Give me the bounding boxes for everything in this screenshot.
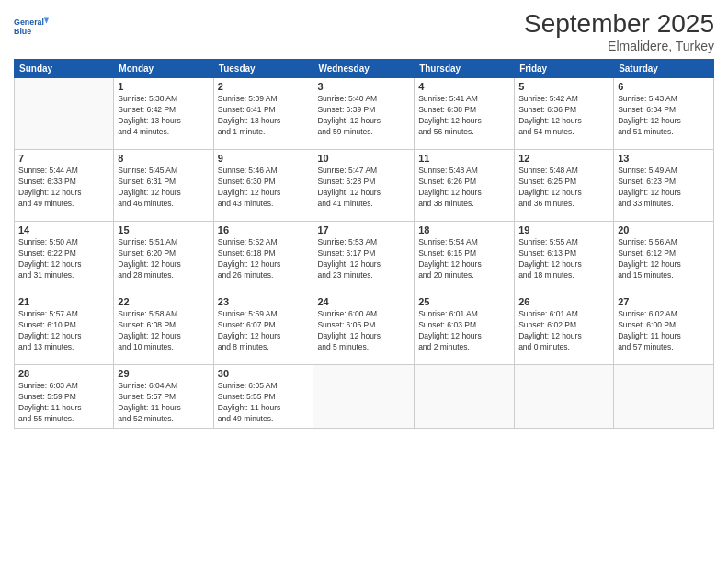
day-info: Sunrise: 6:00 AM Sunset: 6:05 PM Dayligh… — [317, 309, 410, 353]
month-title: September 2025 — [524, 9, 714, 39]
calendar-cell: 30Sunrise: 6:05 AM Sunset: 5:55 PM Dayli… — [213, 365, 313, 429]
day-header-saturday: Saturday — [614, 60, 714, 78]
calendar-cell: 22Sunrise: 5:58 AM Sunset: 6:08 PM Dayli… — [114, 293, 213, 365]
day-info: Sunrise: 5:52 AM Sunset: 6:18 PM Dayligh… — [218, 237, 310, 282]
calendar-cell: 7Sunrise: 5:44 AM Sunset: 6:33 PM Daylig… — [15, 150, 114, 222]
day-info: Sunrise: 6:01 AM Sunset: 6:03 PM Dayligh… — [418, 309, 510, 353]
calendar-cell: 4Sunrise: 5:41 AM Sunset: 6:38 PM Daylig… — [415, 78, 515, 150]
day-number: 16 — [218, 224, 310, 236]
calendar-cell: 5Sunrise: 5:42 AM Sunset: 6:36 PM Daylig… — [515, 78, 614, 150]
day-info: Sunrise: 5:45 AM Sunset: 6:31 PM Dayligh… — [118, 166, 209, 210]
day-info: Sunrise: 5:48 AM Sunset: 6:26 PM Dayligh… — [418, 166, 510, 210]
calendar-cell: 25Sunrise: 6:01 AM Sunset: 6:03 PM Dayli… — [415, 293, 515, 365]
day-number: 23 — [218, 296, 310, 307]
day-number: 19 — [518, 224, 609, 236]
calendar-cell: 20Sunrise: 5:56 AM Sunset: 6:12 PM Dayli… — [614, 222, 714, 293]
logo-svg: General Blue — [14, 9, 49, 44]
calendar-cell: 15Sunrise: 5:51 AM Sunset: 6:20 PM Dayli… — [114, 222, 213, 293]
day-info: Sunrise: 5:58 AM Sunset: 6:08 PM Dayligh… — [118, 309, 209, 353]
day-info: Sunrise: 5:42 AM Sunset: 6:36 PM Dayligh… — [518, 94, 609, 138]
calendar-cell: 19Sunrise: 5:55 AM Sunset: 6:13 PM Dayli… — [515, 222, 614, 293]
calendar-cell: 26Sunrise: 6:01 AM Sunset: 6:02 PM Dayli… — [515, 293, 614, 365]
day-number: 4 — [418, 81, 510, 92]
svg-text:General: General — [14, 17, 44, 27]
calendar-table: SundayMondayTuesdayWednesdayThursdayFrid… — [14, 59, 714, 429]
calendar-cell — [313, 365, 415, 429]
day-number: 28 — [18, 368, 109, 379]
day-number: 26 — [518, 296, 609, 307]
day-info: Sunrise: 5:47 AM Sunset: 6:28 PM Dayligh… — [317, 166, 410, 210]
location-subtitle: Elmalidere, Turkey — [524, 39, 714, 53]
day-number: 11 — [418, 153, 510, 164]
day-header-tuesday: Tuesday — [213, 60, 313, 78]
calendar-header-row: SundayMondayTuesdayWednesdayThursdayFrid… — [15, 60, 714, 78]
day-info: Sunrise: 5:59 AM Sunset: 6:07 PM Dayligh… — [218, 309, 310, 353]
day-info: Sunrise: 5:50 AM Sunset: 6:22 PM Dayligh… — [18, 237, 109, 282]
calendar-cell: 28Sunrise: 6:03 AM Sunset: 5:59 PM Dayli… — [15, 365, 114, 429]
calendar-cell: 6Sunrise: 5:43 AM Sunset: 6:34 PM Daylig… — [614, 78, 714, 150]
day-header-thursday: Thursday — [415, 60, 515, 78]
day-info: Sunrise: 5:53 AM Sunset: 6:17 PM Dayligh… — [317, 237, 410, 282]
day-number: 1 — [118, 81, 209, 92]
day-number: 6 — [618, 81, 710, 92]
calendar-cell: 1Sunrise: 5:38 AM Sunset: 6:42 PM Daylig… — [114, 78, 213, 150]
svg-text:Blue: Blue — [14, 27, 31, 36]
day-info: Sunrise: 5:57 AM Sunset: 6:10 PM Dayligh… — [18, 309, 109, 353]
day-info: Sunrise: 6:04 AM Sunset: 5:57 PM Dayligh… — [118, 381, 209, 425]
calendar-cell — [415, 365, 515, 429]
calendar-cell: 17Sunrise: 5:53 AM Sunset: 6:17 PM Dayli… — [313, 222, 415, 293]
calendar-cell: 9Sunrise: 5:46 AM Sunset: 6:30 PM Daylig… — [213, 150, 313, 222]
page: General Blue September 2025 Elmalidere, … — [0, 0, 728, 563]
day-number: 3 — [317, 81, 410, 92]
calendar-cell — [614, 365, 714, 429]
day-number: 29 — [118, 368, 209, 379]
calendar-cell: 21Sunrise: 5:57 AM Sunset: 6:10 PM Dayli… — [15, 293, 114, 365]
logo: General Blue — [14, 9, 49, 44]
calendar-week-row: 14Sunrise: 5:50 AM Sunset: 6:22 PM Dayli… — [15, 222, 714, 293]
calendar-week-row: 7Sunrise: 5:44 AM Sunset: 6:33 PM Daylig… — [15, 150, 714, 222]
day-header-monday: Monday — [114, 60, 213, 78]
day-number: 30 — [218, 368, 310, 379]
calendar-cell: 13Sunrise: 5:49 AM Sunset: 6:23 PM Dayli… — [614, 150, 714, 222]
day-number: 8 — [118, 153, 209, 164]
day-number: 5 — [518, 81, 609, 92]
day-info: Sunrise: 5:39 AM Sunset: 6:41 PM Dayligh… — [218, 94, 310, 138]
calendar-cell: 27Sunrise: 6:02 AM Sunset: 6:00 PM Dayli… — [614, 293, 714, 365]
calendar-cell: 2Sunrise: 5:39 AM Sunset: 6:41 PM Daylig… — [213, 78, 313, 150]
calendar-cell: 14Sunrise: 5:50 AM Sunset: 6:22 PM Dayli… — [15, 222, 114, 293]
day-info: Sunrise: 6:01 AM Sunset: 6:02 PM Dayligh… — [518, 309, 609, 353]
title-block: September 2025 Elmalidere, Turkey — [524, 9, 714, 53]
calendar-cell — [515, 365, 614, 429]
day-info: Sunrise: 6:05 AM Sunset: 5:55 PM Dayligh… — [218, 381, 310, 425]
day-number: 21 — [18, 296, 109, 307]
day-number: 22 — [118, 296, 209, 307]
day-info: Sunrise: 5:51 AM Sunset: 6:20 PM Dayligh… — [118, 237, 209, 282]
day-info: Sunrise: 5:46 AM Sunset: 6:30 PM Dayligh… — [218, 166, 310, 210]
day-number: 9 — [218, 153, 310, 164]
day-number: 12 — [518, 153, 609, 164]
calendar-cell: 18Sunrise: 5:54 AM Sunset: 6:15 PM Dayli… — [415, 222, 515, 293]
day-header-sunday: Sunday — [15, 60, 114, 78]
day-number: 27 — [618, 296, 710, 307]
day-info: Sunrise: 6:02 AM Sunset: 6:00 PM Dayligh… — [618, 309, 710, 353]
day-number: 14 — [18, 224, 109, 236]
calendar-cell: 29Sunrise: 6:04 AM Sunset: 5:57 PM Dayli… — [114, 365, 213, 429]
day-number: 13 — [618, 153, 710, 164]
calendar-week-row: 1Sunrise: 5:38 AM Sunset: 6:42 PM Daylig… — [15, 78, 714, 150]
day-header-friday: Friday — [515, 60, 614, 78]
calendar-cell: 24Sunrise: 6:00 AM Sunset: 6:05 PM Dayli… — [313, 293, 415, 365]
day-number: 7 — [18, 153, 109, 164]
day-number: 18 — [418, 224, 510, 236]
day-number: 25 — [418, 296, 510, 307]
calendar-cell: 10Sunrise: 5:47 AM Sunset: 6:28 PM Dayli… — [313, 150, 415, 222]
day-number: 15 — [118, 224, 209, 236]
day-number: 20 — [618, 224, 710, 236]
calendar-week-row: 28Sunrise: 6:03 AM Sunset: 5:59 PM Dayli… — [15, 365, 714, 429]
day-info: Sunrise: 5:44 AM Sunset: 6:33 PM Dayligh… — [18, 166, 109, 210]
calendar-cell: 23Sunrise: 5:59 AM Sunset: 6:07 PM Dayli… — [213, 293, 313, 365]
day-number: 17 — [317, 224, 410, 236]
day-info: Sunrise: 5:49 AM Sunset: 6:23 PM Dayligh… — [618, 166, 710, 210]
day-info: Sunrise: 5:38 AM Sunset: 6:42 PM Dayligh… — [118, 94, 209, 138]
day-info: Sunrise: 5:55 AM Sunset: 6:13 PM Dayligh… — [518, 237, 609, 282]
day-info: Sunrise: 5:41 AM Sunset: 6:38 PM Dayligh… — [418, 94, 510, 138]
